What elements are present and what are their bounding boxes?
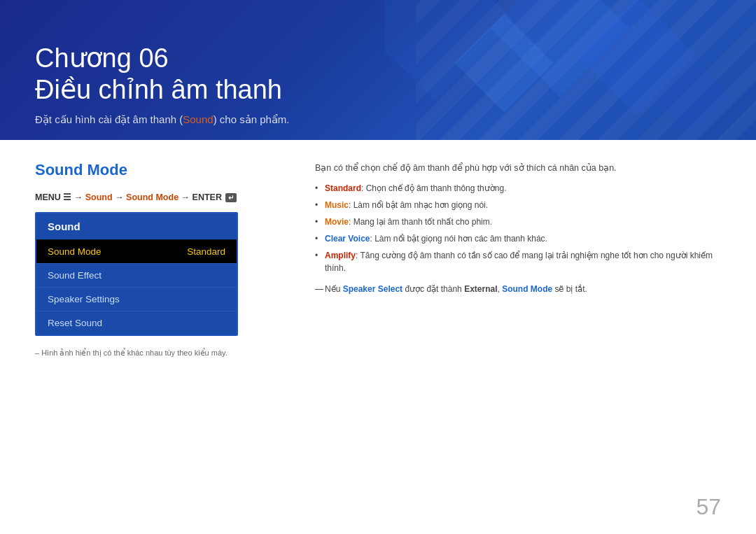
text-amplify: : Tăng cường độ âm thanh có tần số cao đ… <box>325 251 713 273</box>
chapter-heading: Điều chỉnh âm thanh <box>35 75 282 104</box>
tv-menu-item-sound-effect[interactable]: Sound Effect <box>36 263 237 287</box>
footnote: – Hình ảnh hiển thị có thể khác nhau tùy… <box>35 347 287 359</box>
page-number: 57 <box>696 494 721 520</box>
item-label-reset-sound: Reset Sound <box>48 318 102 328</box>
tv-menu-item-reset-sound[interactable]: Reset Sound <box>36 311 237 335</box>
term-music: Music <box>325 200 349 210</box>
text-music: : Làm nổi bật âm nhạc hơn giọng nói. <box>349 200 488 210</box>
subtitle-suffix: ) cho sản phẩm. <box>214 113 290 125</box>
note-term3: Sound Mode <box>502 284 552 294</box>
main-content: Sound Mode MENU ☰ → Sound → Sound Mode →… <box>0 140 756 380</box>
term-amplify: Amplify <box>325 251 356 260</box>
note-middle: được đặt thành <box>402 284 464 294</box>
bullet-list: Standard: Chọn chế độ âm thanh thông thư… <box>315 182 721 274</box>
term-clear-voice: Clear Voice <box>325 234 370 244</box>
tv-menu-item-sound-mode[interactable]: Sound Mode Standard <box>36 239 237 263</box>
text-clear-voice: : Làm nổi bật giọng nói hơn các âm thanh… <box>370 234 547 244</box>
menu-instruction: MENU ☰ → Sound → Sound Mode → ENTER ↵ <box>35 192 287 202</box>
chapter-title: Chương 06 Điều chỉnh âm thanh <box>35 43 290 106</box>
subtitle-highlight: Sound <box>183 113 213 125</box>
note-suffix: sẽ bị tắt. <box>552 284 587 294</box>
description-text: Bạn có thể chọn chế độ âm thanh để phù h… <box>315 161 721 175</box>
bullet-movie: Movie: Mang lại âm thanh tốt nhất cho ph… <box>315 216 721 228</box>
subtitle-prefix: Đặt cấu hình cài đặt âm thanh ( <box>35 113 183 125</box>
enter-icon: ↵ <box>225 193 237 202</box>
decorative-diamonds <box>385 0 735 140</box>
text-movie: : Mang lại âm thanh tốt nhất cho phim. <box>349 217 492 227</box>
item-label-sound-mode: Sound Mode <box>48 246 102 257</box>
note-text: Nếu Speaker Select được đặt thành Extern… <box>315 283 721 295</box>
text-standard: : Chọn chế độ âm thanh thông thường. <box>361 183 506 193</box>
right-panel: Bạn có thể chọn chế độ âm thanh để phù h… <box>315 161 721 359</box>
nav-sound-mode: Sound Mode <box>126 192 178 202</box>
nav-enter: ENTER ↵ <box>192 192 237 202</box>
chapter-number: Chương 06 <box>35 43 169 73</box>
item-label-sound-effect: Sound Effect <box>48 270 102 281</box>
bullet-standard: Standard: Chọn chế độ âm thanh thông thư… <box>315 182 721 195</box>
note-term2: External <box>464 284 497 294</box>
bullet-amplify: Amplify: Tăng cường độ âm thanh có tần s… <box>315 249 721 274</box>
item-value-sound-mode: Standard <box>187 246 225 257</box>
nav-sound: Sound <box>85 192 113 202</box>
tv-menu-item-speaker-settings[interactable]: Speaker Settings <box>36 287 237 311</box>
header-banner: Chương 06 Điều chỉnh âm thanh Đặt cấu hì… <box>0 0 756 140</box>
term-standard: Standard <box>325 183 361 193</box>
tv-menu: Sound Sound Mode Standard Sound Effect S… <box>35 212 238 336</box>
chapter-subtitle: Đặt cấu hình cài đặt âm thanh (Sound) ch… <box>35 113 290 126</box>
header-text-block: Chương 06 Điều chỉnh âm thanh Đặt cấu hì… <box>35 43 290 126</box>
tv-menu-header: Sound <box>36 213 237 239</box>
note-prefix: Nếu <box>325 284 343 294</box>
bullet-clear-voice: Clear Voice: Làm nổi bật giọng nói hơn c… <box>315 232 721 245</box>
section-title: Sound Mode <box>35 161 287 179</box>
menu-label: MENU ☰ <box>35 192 71 202</box>
left-panel: Sound Mode MENU ☰ → Sound → Sound Mode →… <box>35 161 287 359</box>
item-label-speaker-settings: Speaker Settings <box>48 294 120 304</box>
bullet-music: Music: Làm nổi bật âm nhạc hơn giọng nói… <box>315 199 721 211</box>
term-movie: Movie <box>325 217 349 227</box>
note-term1: Speaker Select <box>343 284 402 294</box>
